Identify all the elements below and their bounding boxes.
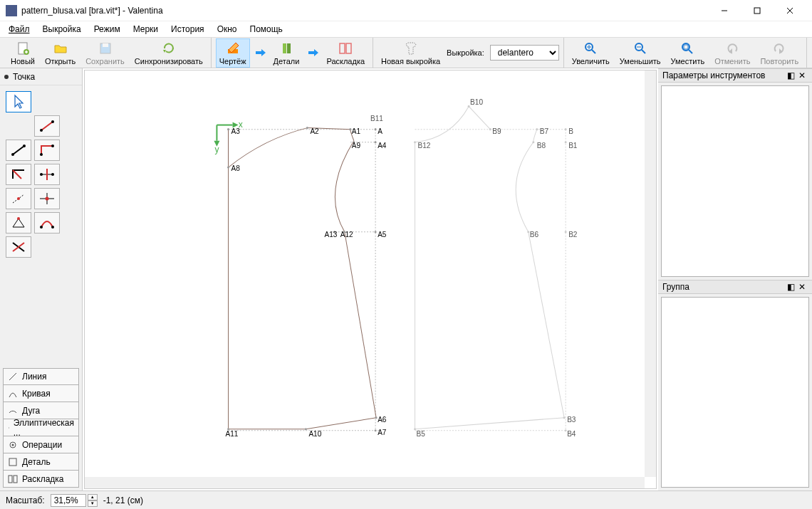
svg-point-31 bbox=[51, 120, 54, 123]
menu-help[interactable]: Помощь bbox=[244, 23, 288, 36]
svg-text:B1: B1 bbox=[568, 142, 578, 149]
menu-file[interactable]: Файл bbox=[3, 23, 36, 36]
redo-button: Повторить bbox=[756, 38, 802, 68]
cat-elliptical[interactable]: Эллиптическая ... bbox=[3, 419, 79, 436]
close-panel-icon[interactable]: ✕ bbox=[796, 70, 808, 81]
main-area: Точка Линия Кривая Дуга Эллиптическая ..… bbox=[0, 68, 812, 490]
toolbox-header-label: Точка bbox=[13, 72, 35, 82]
tool-intersection[interactable] bbox=[34, 188, 60, 209]
scale-spinbox[interactable]: ▲ ▼ bbox=[51, 494, 98, 507]
undock-icon[interactable]: ◧ bbox=[785, 281, 796, 293]
zoom-in-button[interactable]: Увеличить bbox=[568, 38, 613, 68]
cat-operations[interactable]: Операции bbox=[3, 436, 79, 453]
svg-point-55 bbox=[12, 444, 14, 446]
minimize-button[interactable] bbox=[708, 0, 741, 21]
new-icon bbox=[15, 41, 31, 56]
cat-curve[interactable]: Кривая bbox=[3, 385, 79, 402]
save-button: Сохранить bbox=[82, 38, 128, 68]
svg-point-48 bbox=[40, 226, 43, 229]
svg-marker-27 bbox=[729, 48, 732, 54]
svg-line-25 bbox=[689, 50, 692, 53]
maximize-button[interactable] bbox=[741, 0, 774, 21]
tool-line-intersect[interactable] bbox=[6, 236, 31, 258]
svg-point-112 bbox=[565, 128, 567, 130]
toolbox-header-point[interactable]: Точка bbox=[0, 68, 82, 85]
svg-point-78 bbox=[375, 141, 377, 143]
zoom-out-button[interactable]: Уменьшить bbox=[616, 38, 665, 68]
svg-point-111 bbox=[536, 128, 538, 130]
line-icon bbox=[8, 372, 18, 382]
arc-icon bbox=[8, 406, 18, 416]
svg-point-35 bbox=[40, 153, 43, 156]
layout-mode-button[interactable]: Раскладка bbox=[323, 38, 368, 68]
svg-text:A9: A9 bbox=[352, 142, 361, 149]
undo-icon bbox=[724, 41, 740, 56]
group-header[interactable]: Группа ◧ ✕ bbox=[658, 280, 812, 294]
tool-angle-point[interactable] bbox=[34, 140, 60, 161]
tool-shoulder[interactable] bbox=[6, 188, 31, 209]
curve-icon bbox=[8, 389, 18, 399]
drawing-mode-button[interactable]: Чертёж bbox=[216, 38, 250, 68]
new-button[interactable]: Новый bbox=[7, 38, 38, 68]
scale-input[interactable] bbox=[51, 494, 86, 507]
layout-icon bbox=[338, 41, 353, 56]
svg-text:A3: A3 bbox=[231, 127, 241, 135]
details-mode-button[interactable]: Детали bbox=[270, 38, 303, 68]
close-panel-icon[interactable]: ✕ bbox=[796, 281, 808, 293]
cat-layout[interactable]: Раскладка bbox=[3, 471, 79, 488]
tool-grid bbox=[0, 85, 82, 263]
horizontal-scrollbar[interactable] bbox=[85, 477, 645, 488]
cat-arc[interactable]: Дуга bbox=[3, 402, 79, 419]
tool-perpendicular[interactable] bbox=[34, 164, 60, 185]
pattern-select[interactable]: delantero bbox=[490, 45, 559, 61]
svg-text:A1: A1 bbox=[352, 127, 361, 135]
close-button[interactable] bbox=[774, 0, 806, 21]
zoom-fit-button[interactable]: Уместить bbox=[667, 38, 709, 68]
svg-line-52 bbox=[9, 373, 16, 380]
cat-detail[interactable]: Деталь bbox=[3, 453, 79, 471]
svg-text:B10: B10 bbox=[470, 98, 483, 106]
pattern-select-label: Выкройка: bbox=[447, 48, 487, 57]
svg-text:B11: B11 bbox=[370, 115, 383, 122]
cat-line[interactable]: Линия bbox=[3, 368, 79, 385]
svg-point-30 bbox=[40, 129, 43, 132]
pointer-tool[interactable] bbox=[6, 91, 31, 112]
menu-measurements[interactable]: Мерки bbox=[127, 23, 164, 36]
tool-line-point[interactable] bbox=[34, 115, 60, 137]
svg-text:A5: A5 bbox=[378, 231, 387, 238]
menu-pattern[interactable]: Выкройка bbox=[37, 23, 87, 36]
properties-header[interactable]: Параметры инструментов ◧ ✕ bbox=[658, 68, 812, 83]
new-pattern-button[interactable]: Новая выкройка bbox=[378, 38, 444, 68]
properties-body bbox=[661, 85, 809, 277]
sync-icon bbox=[161, 41, 177, 56]
menu-history[interactable]: История bbox=[165, 23, 210, 36]
tool-triangle[interactable] bbox=[6, 212, 31, 233]
group-title: Группа bbox=[662, 282, 689, 292]
spin-down[interactable]: ▼ bbox=[88, 500, 98, 507]
ellipse-icon bbox=[8, 423, 9, 433]
open-icon bbox=[53, 41, 68, 56]
menu-window[interactable]: Окно bbox=[212, 23, 243, 36]
open-button[interactable]: Открыть bbox=[41, 38, 79, 68]
vertical-scrollbar[interactable] bbox=[645, 70, 656, 477]
svg-text:B12: B12 bbox=[418, 142, 431, 149]
arrow-icon bbox=[253, 46, 267, 60]
tool-line-black[interactable] bbox=[6, 140, 31, 161]
svg-point-82 bbox=[375, 231, 377, 233]
spin-up[interactable]: ▲ bbox=[88, 494, 98, 500]
main-toolbar: Новый Открыть Сохранить Синхронизировать… bbox=[0, 37, 812, 68]
zoom-out-icon bbox=[633, 41, 648, 56]
tool-bisector[interactable] bbox=[6, 164, 31, 185]
tool-curve-point[interactable] bbox=[34, 212, 60, 233]
undock-icon[interactable]: ◧ bbox=[785, 70, 796, 81]
svg-rect-26 bbox=[684, 45, 688, 49]
svg-rect-58 bbox=[14, 476, 17, 483]
drawing-canvas[interactable]: x y bbox=[84, 70, 657, 489]
svg-line-106 bbox=[415, 418, 565, 429]
svg-point-114 bbox=[565, 141, 567, 143]
svg-text:A6: A6 bbox=[378, 416, 387, 424]
title-bar: pattern_blusa.val [bra.vit*] - Valentina bbox=[0, 0, 812, 21]
menu-mode[interactable]: Режим bbox=[88, 23, 126, 36]
redo-icon bbox=[771, 41, 787, 56]
sync-button[interactable]: Синхронизировать bbox=[131, 38, 207, 68]
